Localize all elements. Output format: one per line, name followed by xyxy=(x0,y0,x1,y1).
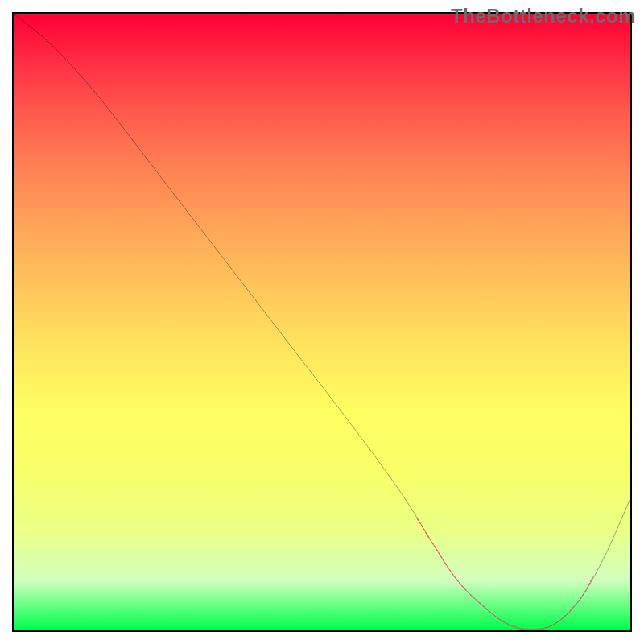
watermark-text: TheBottleneck.com xyxy=(451,5,636,27)
chart-frame: TheBottleneck.com xyxy=(0,0,644,644)
highlight-path xyxy=(417,518,592,630)
bottleneck-curve xyxy=(14,14,630,630)
curve-path xyxy=(14,14,630,630)
